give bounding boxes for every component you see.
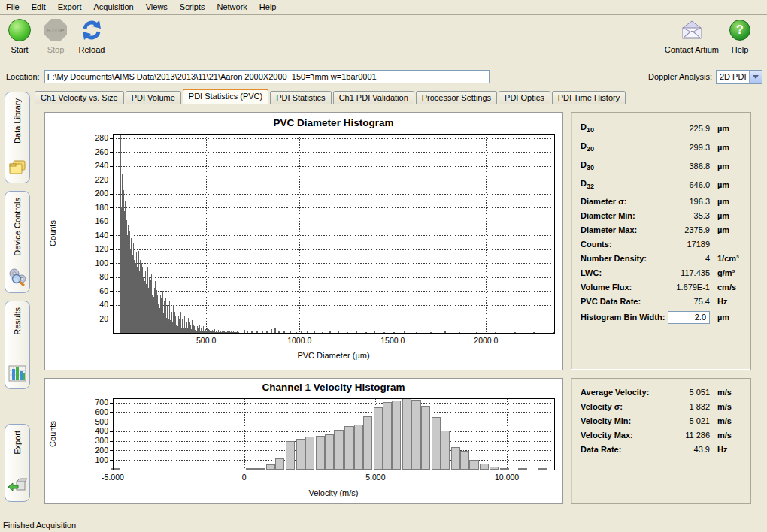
stat-label: D32 — [581, 179, 663, 190]
svg-text:1500.0: 1500.0 — [380, 336, 405, 345]
tab-ch1-pdi-validation[interactable]: Ch1 PDI Validation — [333, 91, 414, 104]
contact-artium-button[interactable]: Contact Artium — [665, 17, 719, 54]
reload-button[interactable]: Reload — [77, 17, 107, 54]
svg-text:PVC Diameter Histogram: PVC Diameter Histogram — [274, 117, 394, 128]
tab-pdi-time-history[interactable]: PDI Time History — [552, 91, 626, 104]
svg-text:Counts: Counts — [48, 421, 57, 447]
doppler-analysis-select[interactable]: 2D PDI — [716, 70, 762, 84]
svg-text:220: 220 — [95, 175, 108, 184]
svg-text:100: 100 — [95, 455, 108, 464]
tab-processor-settings[interactable]: Processor Settings — [416, 91, 497, 104]
svg-text:400: 400 — [95, 426, 108, 435]
location-label: Location: — [6, 72, 40, 81]
stat-value: 43.9 — [663, 445, 710, 454]
sidebar-item-export[interactable]: Export — [5, 424, 30, 502]
stat-value: 75.4 — [663, 297, 710, 306]
svg-text:PVC Diameter (µm): PVC Diameter (µm) — [297, 351, 369, 360]
tab-pdi-statistics[interactable]: PDI Statistics — [270, 91, 331, 104]
stop-icon: STOP — [44, 19, 67, 41]
stat-label: D20 — [581, 141, 663, 153]
reload-icon — [79, 17, 105, 43]
pvc-stat-row: Diameter σ:196.3µm — [581, 194, 743, 208]
svg-text:200: 200 — [95, 189, 108, 198]
svg-text:200: 200 — [95, 446, 108, 455]
pvc-stat-row: Counts:17189 — [581, 237, 743, 251]
sidebar-item-label: Device Controls — [13, 198, 22, 256]
stat-unit: m/s — [710, 388, 743, 397]
svg-text:1000.0: 1000.0 — [287, 336, 311, 345]
stat-value: 196.3 — [663, 197, 710, 206]
stat-label: Data Rate: — [581, 445, 663, 454]
svg-text:260: 260 — [95, 147, 108, 156]
stat-label: PVC Data Rate: — [581, 297, 663, 306]
doppler-analysis-value: 2D PDI — [717, 72, 749, 81]
pvc-stat-row: LWC:117.435g/m³ — [581, 265, 743, 280]
folders-icon — [8, 159, 27, 178]
help-button[interactable]: ? Help — [725, 17, 755, 54]
menu-item-network[interactable]: Network — [211, 1, 253, 13]
stat-unit: m/s — [710, 402, 743, 411]
sidebar-item-label: Export — [13, 431, 22, 455]
doppler-analysis-label: Doppler Analysis: — [648, 72, 712, 81]
status-bar: Finished Acquisition — [0, 518, 767, 532]
menu-item-acquisition[interactable]: Acquisition — [88, 1, 140, 13]
envelope-icon — [679, 17, 705, 43]
svg-text:160: 160 — [95, 216, 108, 225]
pvc-stat-row: Diameter Min:35.3µm — [581, 208, 743, 222]
svg-text:40: 40 — [99, 300, 108, 309]
tab-pdi-statistics-pvc-[interactable]: PDI Statistics (PVC) — [183, 89, 268, 104]
export-icon — [8, 477, 27, 497]
start-button[interactable]: Start — [5, 17, 35, 54]
tab-pdi-volume[interactable]: PDI Volume — [126, 91, 181, 104]
menu-bar: FileEditExportAcquisitionViewsScriptsNet… — [0, 0, 767, 14]
stat-value: 2375.9 — [663, 225, 710, 234]
sidebar-item-results[interactable]: Results — [5, 301, 30, 389]
stat-unit: 1/cm³ — [710, 254, 743, 263]
stat-value: 35.3 — [663, 211, 710, 220]
menu-item-export[interactable]: Export — [52, 1, 88, 13]
stat-value: 646.0 — [663, 180, 710, 189]
location-input[interactable] — [44, 70, 490, 83]
svg-text:500.0: 500.0 — [196, 336, 216, 345]
menu-item-file[interactable]: File — [0, 1, 26, 13]
stop-button[interactable]: STOP Stop — [41, 17, 71, 54]
stat-label: Velocity Min: — [581, 416, 663, 425]
menu-item-help[interactable]: Help — [253, 1, 283, 13]
stat-unit: Hz — [710, 445, 743, 454]
stat-label: Velocity Max: — [581, 431, 663, 440]
pvc-stat-row: D30386.8µm — [581, 156, 743, 175]
velocity-stat-row: Velocity σ:1 832m/s — [581, 399, 743, 413]
stat-value: 1.679E-1 — [663, 283, 710, 292]
stat-value: 4 — [663, 254, 710, 263]
stat-value: 1 832 — [663, 402, 710, 411]
stat-label: Average Velocity: — [581, 388, 663, 397]
stat-unit: m/s — [710, 431, 743, 440]
start-icon — [8, 19, 31, 41]
svg-text:5.000: 5.000 — [365, 473, 385, 482]
stat-label: Diameter Min: — [581, 211, 663, 220]
dropdown-button[interactable] — [749, 71, 762, 83]
stat-label: Number Density: — [581, 254, 663, 263]
menu-item-edit[interactable]: Edit — [26, 1, 52, 13]
velocity-histogram-svg: Channel 1 Velocity Histogram100200300400… — [45, 379, 562, 503]
velocity-stat-row: Velocity Min:-5 021m/s — [581, 413, 743, 428]
svg-text:-5.000: -5.000 — [102, 473, 124, 482]
tab-strip: Ch1 Velocity vs. SizePDI VolumePDI Stati… — [35, 89, 764, 104]
sidebar-item-device-controls[interactable]: Device Controls — [5, 191, 30, 293]
stat-label: Diameter σ: — [581, 197, 663, 206]
menu-item-scripts[interactable]: Scripts — [174, 1, 211, 13]
pvc-stat-row: D20299.3µm — [581, 138, 743, 156]
stat-unit: µm — [710, 211, 743, 220]
pvc-stat-row: PVC Data Rate:75.4Hz — [581, 294, 743, 308]
sidebar-item-label: Data Library — [13, 98, 22, 144]
svg-text:60: 60 — [99, 286, 108, 295]
histogram-bin-width-input[interactable] — [668, 311, 710, 324]
menu-item-views[interactable]: Views — [140, 1, 174, 13]
stat-unit: µm — [710, 124, 743, 133]
tab-pdi-optics[interactable]: PDI Optics — [499, 91, 550, 104]
stat-unit: µm — [710, 180, 743, 189]
tab-ch1-velocity-vs-size[interactable]: Ch1 Velocity vs. Size — [35, 91, 124, 104]
sidebar-item-data-library[interactable]: Data Library — [5, 92, 30, 183]
svg-text:Channel 1 Velocity Histogram: Channel 1 Velocity Histogram — [262, 382, 405, 393]
stat-value: 5 051 — [663, 388, 710, 397]
